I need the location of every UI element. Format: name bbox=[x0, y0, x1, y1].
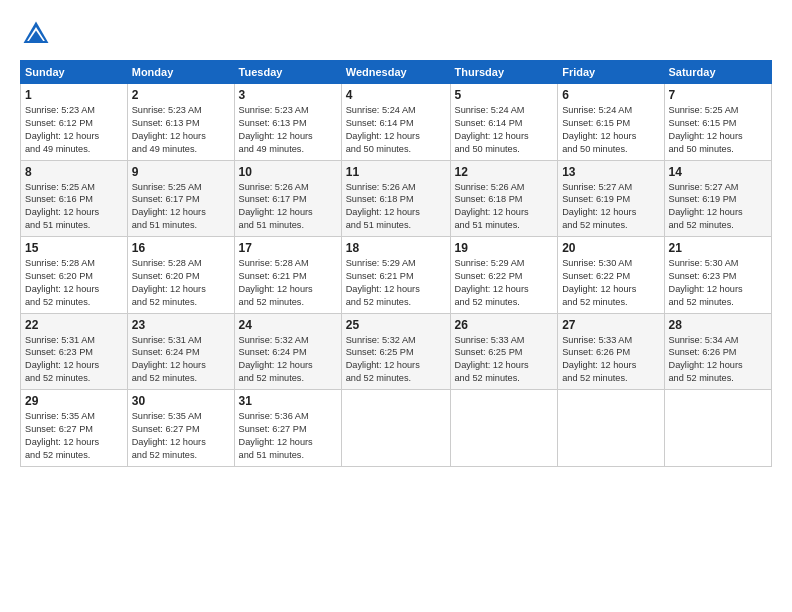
day-number: 8 bbox=[25, 165, 123, 179]
day-number: 18 bbox=[346, 241, 446, 255]
day-info: Sunrise: 5:33 AM Sunset: 6:26 PM Dayligh… bbox=[562, 334, 659, 386]
day-cell: 18Sunrise: 5:29 AM Sunset: 6:21 PM Dayli… bbox=[341, 237, 450, 314]
day-number: 24 bbox=[239, 318, 337, 332]
day-cell: 21Sunrise: 5:30 AM Sunset: 6:23 PM Dayli… bbox=[664, 237, 772, 314]
day-info: Sunrise: 5:32 AM Sunset: 6:25 PM Dayligh… bbox=[346, 334, 446, 386]
day-number: 10 bbox=[239, 165, 337, 179]
header-cell-tuesday: Tuesday bbox=[234, 61, 341, 84]
day-info: Sunrise: 5:25 AM Sunset: 6:17 PM Dayligh… bbox=[132, 181, 230, 233]
day-cell: 6Sunrise: 5:24 AM Sunset: 6:15 PM Daylig… bbox=[558, 84, 664, 161]
header-row: SundayMondayTuesdayWednesdayThursdayFrid… bbox=[21, 61, 772, 84]
logo-icon bbox=[20, 18, 52, 50]
day-info: Sunrise: 5:28 AM Sunset: 6:20 PM Dayligh… bbox=[25, 257, 123, 309]
day-number: 22 bbox=[25, 318, 123, 332]
header-cell-wednesday: Wednesday bbox=[341, 61, 450, 84]
day-number: 1 bbox=[25, 88, 123, 102]
day-cell: 7Sunrise: 5:25 AM Sunset: 6:15 PM Daylig… bbox=[664, 84, 772, 161]
day-info: Sunrise: 5:33 AM Sunset: 6:25 PM Dayligh… bbox=[455, 334, 554, 386]
day-number: 26 bbox=[455, 318, 554, 332]
day-info: Sunrise: 5:31 AM Sunset: 6:24 PM Dayligh… bbox=[132, 334, 230, 386]
header-cell-monday: Monday bbox=[127, 61, 234, 84]
calendar-page: SundayMondayTuesdayWednesdayThursdayFrid… bbox=[0, 0, 792, 612]
day-cell: 25Sunrise: 5:32 AM Sunset: 6:25 PM Dayli… bbox=[341, 313, 450, 390]
day-number: 23 bbox=[132, 318, 230, 332]
day-info: Sunrise: 5:32 AM Sunset: 6:24 PM Dayligh… bbox=[239, 334, 337, 386]
day-cell bbox=[664, 390, 772, 467]
header-cell-thursday: Thursday bbox=[450, 61, 558, 84]
day-cell bbox=[558, 390, 664, 467]
day-number: 15 bbox=[25, 241, 123, 255]
calendar-table: SundayMondayTuesdayWednesdayThursdayFrid… bbox=[20, 60, 772, 467]
day-info: Sunrise: 5:25 AM Sunset: 6:15 PM Dayligh… bbox=[669, 104, 768, 156]
day-cell: 5Sunrise: 5:24 AM Sunset: 6:14 PM Daylig… bbox=[450, 84, 558, 161]
day-info: Sunrise: 5:24 AM Sunset: 6:15 PM Dayligh… bbox=[562, 104, 659, 156]
day-cell: 13Sunrise: 5:27 AM Sunset: 6:19 PM Dayli… bbox=[558, 160, 664, 237]
day-cell: 11Sunrise: 5:26 AM Sunset: 6:18 PM Dayli… bbox=[341, 160, 450, 237]
day-number: 13 bbox=[562, 165, 659, 179]
day-info: Sunrise: 5:36 AM Sunset: 6:27 PM Dayligh… bbox=[239, 410, 337, 462]
day-info: Sunrise: 5:29 AM Sunset: 6:21 PM Dayligh… bbox=[346, 257, 446, 309]
day-number: 7 bbox=[669, 88, 768, 102]
day-info: Sunrise: 5:26 AM Sunset: 6:18 PM Dayligh… bbox=[455, 181, 554, 233]
day-info: Sunrise: 5:26 AM Sunset: 6:18 PM Dayligh… bbox=[346, 181, 446, 233]
header-cell-friday: Friday bbox=[558, 61, 664, 84]
day-info: Sunrise: 5:28 AM Sunset: 6:21 PM Dayligh… bbox=[239, 257, 337, 309]
week-row-2: 8Sunrise: 5:25 AM Sunset: 6:16 PM Daylig… bbox=[21, 160, 772, 237]
day-cell: 1Sunrise: 5:23 AM Sunset: 6:12 PM Daylig… bbox=[21, 84, 128, 161]
day-cell: 22Sunrise: 5:31 AM Sunset: 6:23 PM Dayli… bbox=[21, 313, 128, 390]
day-cell: 24Sunrise: 5:32 AM Sunset: 6:24 PM Dayli… bbox=[234, 313, 341, 390]
day-cell bbox=[450, 390, 558, 467]
header-cell-saturday: Saturday bbox=[664, 61, 772, 84]
day-cell bbox=[341, 390, 450, 467]
day-info: Sunrise: 5:24 AM Sunset: 6:14 PM Dayligh… bbox=[346, 104, 446, 156]
day-info: Sunrise: 5:35 AM Sunset: 6:27 PM Dayligh… bbox=[132, 410, 230, 462]
day-number: 14 bbox=[669, 165, 768, 179]
day-cell: 23Sunrise: 5:31 AM Sunset: 6:24 PM Dayli… bbox=[127, 313, 234, 390]
day-info: Sunrise: 5:23 AM Sunset: 6:13 PM Dayligh… bbox=[239, 104, 337, 156]
day-number: 17 bbox=[239, 241, 337, 255]
day-info: Sunrise: 5:35 AM Sunset: 6:27 PM Dayligh… bbox=[25, 410, 123, 462]
day-number: 31 bbox=[239, 394, 337, 408]
day-info: Sunrise: 5:28 AM Sunset: 6:20 PM Dayligh… bbox=[132, 257, 230, 309]
day-info: Sunrise: 5:23 AM Sunset: 6:12 PM Dayligh… bbox=[25, 104, 123, 156]
logo bbox=[20, 18, 58, 50]
day-cell: 19Sunrise: 5:29 AM Sunset: 6:22 PM Dayli… bbox=[450, 237, 558, 314]
week-row-4: 22Sunrise: 5:31 AM Sunset: 6:23 PM Dayli… bbox=[21, 313, 772, 390]
day-info: Sunrise: 5:29 AM Sunset: 6:22 PM Dayligh… bbox=[455, 257, 554, 309]
day-cell: 17Sunrise: 5:28 AM Sunset: 6:21 PM Dayli… bbox=[234, 237, 341, 314]
day-cell: 4Sunrise: 5:24 AM Sunset: 6:14 PM Daylig… bbox=[341, 84, 450, 161]
week-row-1: 1Sunrise: 5:23 AM Sunset: 6:12 PM Daylig… bbox=[21, 84, 772, 161]
day-cell: 10Sunrise: 5:26 AM Sunset: 6:17 PM Dayli… bbox=[234, 160, 341, 237]
day-cell: 30Sunrise: 5:35 AM Sunset: 6:27 PM Dayli… bbox=[127, 390, 234, 467]
day-info: Sunrise: 5:31 AM Sunset: 6:23 PM Dayligh… bbox=[25, 334, 123, 386]
day-info: Sunrise: 5:27 AM Sunset: 6:19 PM Dayligh… bbox=[562, 181, 659, 233]
header-cell-sunday: Sunday bbox=[21, 61, 128, 84]
day-info: Sunrise: 5:34 AM Sunset: 6:26 PM Dayligh… bbox=[669, 334, 768, 386]
day-cell: 28Sunrise: 5:34 AM Sunset: 6:26 PM Dayli… bbox=[664, 313, 772, 390]
day-info: Sunrise: 5:30 AM Sunset: 6:23 PM Dayligh… bbox=[669, 257, 768, 309]
day-number: 12 bbox=[455, 165, 554, 179]
header bbox=[20, 18, 772, 50]
week-row-5: 29Sunrise: 5:35 AM Sunset: 6:27 PM Dayli… bbox=[21, 390, 772, 467]
day-number: 4 bbox=[346, 88, 446, 102]
day-number: 3 bbox=[239, 88, 337, 102]
day-info: Sunrise: 5:27 AM Sunset: 6:19 PM Dayligh… bbox=[669, 181, 768, 233]
day-cell: 3Sunrise: 5:23 AM Sunset: 6:13 PM Daylig… bbox=[234, 84, 341, 161]
day-info: Sunrise: 5:23 AM Sunset: 6:13 PM Dayligh… bbox=[132, 104, 230, 156]
day-cell: 16Sunrise: 5:28 AM Sunset: 6:20 PM Dayli… bbox=[127, 237, 234, 314]
day-cell: 15Sunrise: 5:28 AM Sunset: 6:20 PM Dayli… bbox=[21, 237, 128, 314]
day-number: 19 bbox=[455, 241, 554, 255]
day-info: Sunrise: 5:26 AM Sunset: 6:17 PM Dayligh… bbox=[239, 181, 337, 233]
day-cell: 29Sunrise: 5:35 AM Sunset: 6:27 PM Dayli… bbox=[21, 390, 128, 467]
day-info: Sunrise: 5:30 AM Sunset: 6:22 PM Dayligh… bbox=[562, 257, 659, 309]
day-number: 6 bbox=[562, 88, 659, 102]
day-number: 30 bbox=[132, 394, 230, 408]
day-number: 25 bbox=[346, 318, 446, 332]
day-number: 28 bbox=[669, 318, 768, 332]
day-number: 16 bbox=[132, 241, 230, 255]
day-number: 2 bbox=[132, 88, 230, 102]
week-row-3: 15Sunrise: 5:28 AM Sunset: 6:20 PM Dayli… bbox=[21, 237, 772, 314]
day-number: 20 bbox=[562, 241, 659, 255]
day-cell: 2Sunrise: 5:23 AM Sunset: 6:13 PM Daylig… bbox=[127, 84, 234, 161]
day-number: 9 bbox=[132, 165, 230, 179]
